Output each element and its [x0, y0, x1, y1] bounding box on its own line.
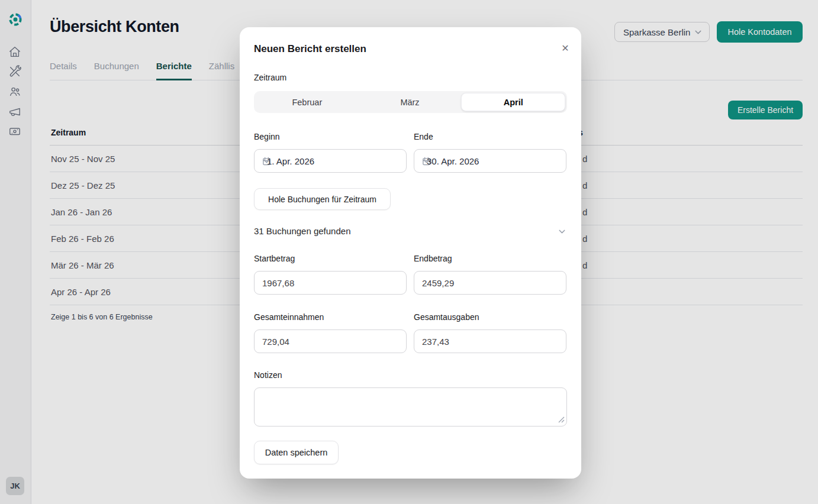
zeitraum-label: Zeitraum [254, 73, 286, 82]
month-tab-maerz[interactable]: März [359, 93, 462, 111]
startbetrag-input[interactable] [254, 271, 407, 295]
chevron-down-icon[interactable] [557, 227, 567, 237]
ende-date-select[interactable]: 30. Apr. 2026 [414, 149, 566, 173]
notizen-label: Notizen [254, 370, 282, 380]
beginn-date-select[interactable]: 1. Apr. 2026 [254, 149, 407, 173]
endbetrag-input[interactable] [414, 271, 566, 295]
create-report-modal: Neuen Bericht erstellen ✕ Zeitraum Febru… [240, 27, 581, 479]
endbetrag-label: Endbetrag [414, 254, 452, 263]
close-icon[interactable]: ✕ [559, 41, 572, 54]
month-segmented-control: Februar März April [254, 91, 567, 113]
beginn-date-value: 1. Apr. 2026 [267, 156, 314, 166]
gesamteinnahmen-input[interactable] [254, 329, 407, 353]
month-tab-februar[interactable]: Februar [256, 93, 359, 111]
chevron-down-icon [421, 156, 431, 166]
beginn-label: Beginn [254, 132, 280, 141]
fetch-bookings-button[interactable]: Hole Buchungen für Zeitraum [254, 188, 391, 210]
month-tab-april[interactable]: April [461, 93, 565, 111]
app-window: JK Übersicht Konten Sparkasse Berlin Hol… [0, 0, 818, 504]
startbetrag-label: Startbetrag [254, 254, 295, 263]
bookings-found-text: 31 Buchungen gefunden [254, 226, 350, 236]
gesamtausgaben-input[interactable] [414, 329, 566, 353]
bookings-found-row: 31 Buchungen gefunden [254, 226, 567, 238]
ende-date-value: 30. Apr. 2026 [427, 156, 479, 166]
ende-label: Ende [414, 132, 433, 141]
notizen-textarea[interactable] [254, 387, 567, 427]
gesamtausgaben-label: Gesamtausgaben [414, 312, 479, 322]
gesamteinnahmen-label: Gesamteinnahmen [254, 312, 324, 322]
chevron-down-icon [262, 156, 272, 166]
save-data-button[interactable]: Daten speichern [254, 441, 339, 464]
modal-title: Neuen Bericht erstellen [254, 43, 366, 55]
